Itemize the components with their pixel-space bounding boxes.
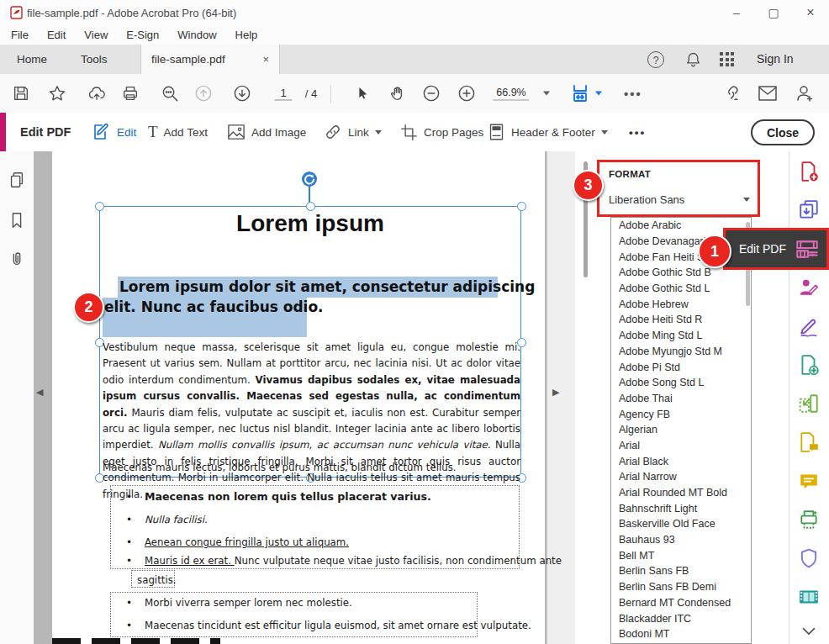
font-option[interactable]: Adobe Song Std L [611, 375, 751, 391]
edit-tool-button[interactable]: Edit [91, 113, 136, 151]
create-pdf-icon[interactable] [798, 161, 820, 182]
font-option[interactable]: Arial Black [611, 453, 751, 469]
select-tool-icon[interactable] [353, 85, 371, 103]
page-thumbnails-icon[interactable] [8, 170, 26, 190]
font-option[interactable]: Adobe Pi Std [611, 359, 751, 375]
comment-icon[interactable] [798, 470, 820, 492]
bullet-glyph: • [126, 536, 132, 548]
font-option[interactable]: Arial Rounded MT Bold [611, 485, 751, 501]
zoom-out-icon[interactable] [422, 84, 441, 103]
fit-width-icon[interactable] [570, 83, 590, 103]
help-icon[interactable]: ? [647, 51, 664, 68]
sign-in-button[interactable]: Sign In [757, 52, 794, 66]
font-option[interactable]: Adobe Myungjo Std M [611, 344, 751, 360]
maximize-button[interactable]: ▢ [755, 0, 792, 25]
header-footer-button[interactable]: Header & Footer [488, 113, 608, 151]
rotate-handle-icon[interactable] [300, 170, 319, 188]
menu-item[interactable]: File [2, 27, 38, 43]
menu-item[interactable]: Help [226, 27, 267, 43]
add-text-button[interactable]: T Add Text [148, 113, 208, 151]
list1-item4-underlined: Mauris id ex erat. [145, 555, 235, 567]
menu-item[interactable]: Edit [38, 27, 75, 43]
previous-page-icon[interactable] [194, 84, 214, 103]
minimize-button[interactable]: – [718, 0, 755, 25]
print-icon[interactable] [121, 84, 140, 103]
add-contact-icon[interactable] [795, 83, 815, 103]
selection-handle[interactable] [95, 202, 104, 211]
email-icon[interactable] [758, 85, 778, 102]
selection-handle[interactable] [306, 202, 315, 211]
star-favorites-icon[interactable] [48, 84, 67, 103]
protect-icon[interactable] [798, 547, 820, 569]
font-option[interactable]: Bodoni MT [611, 626, 751, 642]
menu-item[interactable]: E-Sign [117, 27, 168, 43]
document-line: Maecenas mauris lectus, lobortis et puru… [103, 460, 457, 476]
paragraph-run-italic: Nullam mollis convallis ipsum, ac accums… [158, 439, 491, 451]
font-family-value: Liberation Sans [609, 193, 684, 206]
font-option[interactable]: Berlin Sans FB Demi [611, 579, 751, 595]
add-image-button[interactable]: Add Image [227, 113, 306, 151]
compare-files-icon[interactable] [798, 431, 820, 453]
attachments-icon[interactable] [8, 249, 26, 269]
menu-item[interactable]: View [75, 27, 117, 43]
close-window-button[interactable]: × [792, 0, 829, 25]
zoom-caret-icon[interactable] [543, 92, 550, 96]
more-tools-chevron-icon[interactable] [798, 624, 820, 644]
apps-grid-icon[interactable] [720, 52, 734, 66]
share-link-icon[interactable] [721, 83, 742, 103]
cloud-upload-icon[interactable] [87, 84, 107, 103]
toolbar-more-icon[interactable]: ••• [624, 87, 642, 101]
font-option[interactable]: Adobe Thai [611, 391, 751, 407]
font-option[interactable]: Blackadder ITC [611, 610, 751, 626]
rich-media-icon[interactable] [798, 586, 820, 608]
tab-home[interactable]: Home [0, 45, 64, 74]
menu-item[interactable]: Window [168, 27, 225, 43]
selection-handle[interactable] [517, 202, 526, 211]
scan-ocr-icon[interactable] [798, 509, 820, 531]
bookmarks-icon[interactable] [8, 210, 26, 230]
crop-pages-button[interactable]: Crop Pages [400, 113, 483, 151]
font-option[interactable]: Adobe Ming Std L [611, 328, 751, 344]
close-edit-mode-button[interactable]: Close [751, 119, 815, 145]
fill-sign-icon[interactable] [798, 315, 820, 337]
save-icon[interactable] [12, 84, 30, 103]
fit-width-caret-icon[interactable] [595, 92, 602, 96]
expand-right-pane-icon[interactable]: ▶ [552, 387, 559, 398]
font-option[interactable]: Bahnschrift Light [611, 500, 751, 516]
font-option[interactable]: Berlin Sans FB [611, 563, 751, 579]
font-family-dropdown[interactable]: Liberation Sans [609, 193, 750, 206]
zoom-level-value[interactable]: 66.9% [493, 87, 529, 101]
editbar-more-icon[interactable]: ••• [629, 113, 646, 151]
font-option[interactable]: Arial Narrow [611, 469, 751, 485]
tab-tools[interactable]: Tools [64, 45, 124, 74]
font-option[interactable]: Bernard MT Condensed [611, 595, 751, 611]
collapse-left-pane-icon[interactable]: ◀ [36, 387, 43, 398]
edit-pdf-sidebar-icon[interactable] [798, 238, 820, 260]
list1-item3: Aenean congue fringilla justo ut aliquam… [145, 536, 349, 548]
font-option[interactable]: Agency FB [611, 406, 751, 422]
bullet-glyph: • [126, 620, 132, 631]
font-option[interactable]: Adobe Hebrew [611, 296, 751, 312]
font-option[interactable]: Adobe Heiti Std R [611, 312, 751, 328]
hand-tool-icon[interactable] [388, 84, 407, 103]
export-pdf-icon[interactable] [798, 199, 820, 221]
search-icon[interactable] [161, 84, 180, 103]
tab-document[interactable]: file-sample.pdf × [140, 45, 280, 74]
font-option[interactable]: Baskerville Old Face [611, 516, 751, 532]
request-signatures-icon[interactable] [798, 277, 820, 298]
font-option[interactable]: Bauhaus 93 [611, 532, 751, 548]
zoom-in-icon[interactable] [457, 84, 477, 103]
acrobat-doc-icon [10, 6, 23, 19]
notifications-bell-icon[interactable] [684, 50, 702, 68]
link-button[interactable]: Link [324, 113, 382, 151]
font-option[interactable]: Bell MT [611, 547, 751, 563]
tab-close-icon[interactable]: × [262, 53, 269, 66]
font-option[interactable]: Algerian [611, 422, 751, 438]
font-option[interactable]: Adobe Gothic Std L [611, 281, 751, 297]
next-page-icon[interactable] [233, 84, 252, 103]
selected-text-2: elit. Nunc ac faucibus odio. [104, 298, 324, 315]
combine-files-icon[interactable] [798, 354, 820, 376]
organize-pages-icon[interactable] [798, 393, 820, 414]
page-number-input[interactable]: 1 [274, 87, 292, 101]
font-option[interactable]: Arial [611, 438, 751, 454]
